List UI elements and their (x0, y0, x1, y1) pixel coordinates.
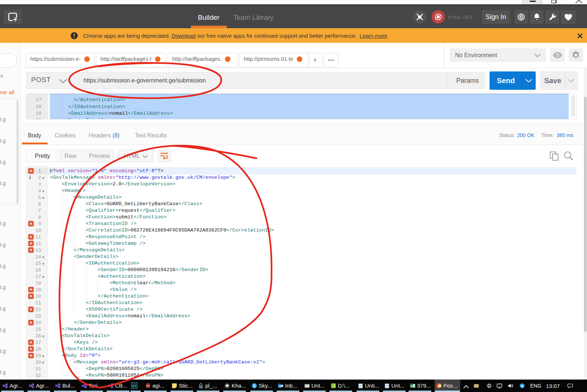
svg-text:X: X (410, 384, 413, 388)
svg-text:S: S (521, 384, 523, 388)
svg-text:S: S (253, 384, 256, 388)
svg-text:O: O (278, 384, 281, 388)
